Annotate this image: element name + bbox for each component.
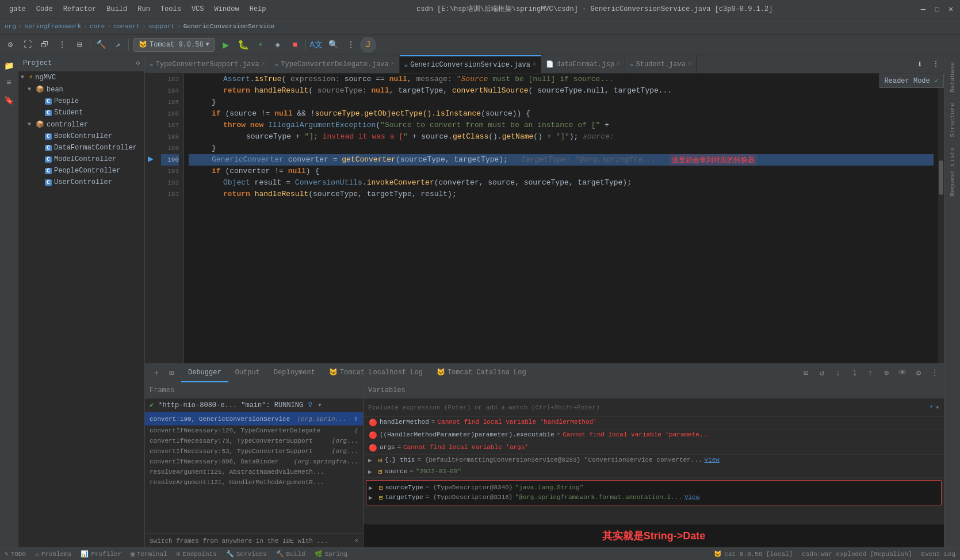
var-expand-icon[interactable]: ▶ bbox=[369, 484, 377, 492]
menu-window[interactable]: Window bbox=[209, 3, 243, 16]
stop-button[interactable]: ■ bbox=[287, 37, 303, 53]
tab-student[interactable]: ☕ Student.java × bbox=[625, 55, 697, 74]
var-item-executable[interactable]: 🔴 ((HandlerMethodParameter)parameter).ex… bbox=[364, 429, 944, 442]
breadcrumb-item-org[interactable]: org bbox=[5, 23, 16, 30]
debug-tab-debugger[interactable]: Debugger bbox=[181, 364, 228, 382]
menu-refactor[interactable]: Refactor bbox=[59, 3, 101, 16]
right-tab-structure[interactable]: Structure bbox=[948, 98, 957, 141]
translate-button[interactable]: A文 bbox=[308, 37, 324, 53]
bookmark-icon-button[interactable]: 🔖 bbox=[1, 92, 17, 108]
var-view-link[interactable]: View bbox=[705, 457, 720, 463]
menu-bar[interactable]: gate Code Refactor Build Run Tools VCS W… bbox=[5, 3, 271, 16]
frame-item-1[interactable]: convertIfNecessary:129, TypeConverterDel… bbox=[145, 425, 363, 436]
sidebar-item-bean[interactable]: ▼ 📦 bean bbox=[18, 83, 144, 95]
var-expand-icon[interactable]: ▶ bbox=[369, 494, 377, 501]
toolbar-settings-button[interactable]: ⚙ bbox=[2, 37, 18, 53]
tab-genericconversionservice[interactable]: ☕ GenericConversionService.java × bbox=[400, 55, 541, 74]
right-tab-requests[interactable]: Request Lists bbox=[948, 143, 957, 201]
debug-step-down2-button[interactable]: ⤵ bbox=[847, 366, 861, 380]
sidebar-toggle-button[interactable]: 📁 bbox=[1, 57, 17, 74]
var-view-link[interactable]: View bbox=[684, 494, 699, 501]
tab-typeconverterdelegate[interactable]: ☕ TypeConverterDelegate.java × bbox=[270, 55, 400, 74]
frame-item-2[interactable]: convertIfNecessary:73, TypeConverterSupp… bbox=[145, 436, 363, 446]
menu-code[interactable]: Code bbox=[32, 3, 58, 16]
tab-close-icon[interactable]: × bbox=[391, 61, 395, 67]
menu-help[interactable]: Help bbox=[245, 3, 271, 16]
debug-overflow-button[interactable]: ⋮ bbox=[928, 366, 942, 380]
debug-step-down-button[interactable]: ↓ bbox=[831, 366, 845, 380]
run-button[interactable]: ▶ bbox=[218, 37, 234, 53]
reader-mode-popup[interactable]: Reader Mode ✓ bbox=[879, 74, 944, 88]
toolbar-expand-button[interactable]: ⛶ bbox=[20, 37, 36, 53]
breadcrumb-item-support[interactable]: support bbox=[148, 23, 175, 30]
menu-run[interactable]: Run bbox=[133, 3, 155, 16]
menu-tools[interactable]: Tools bbox=[156, 3, 186, 16]
sidebar-item-springmvc[interactable]: ▼ ⚡ ngMVC bbox=[18, 71, 144, 83]
minimize-button[interactable]: — bbox=[919, 5, 928, 14]
var-item-args[interactable]: 🔴 args = Cannot find local variable 'arg… bbox=[364, 442, 944, 455]
status-terminal[interactable]: ▣ Terminal bbox=[131, 550, 167, 558]
tomcat-run-config-selector[interactable]: 🐱 Tomcat 9.0.58 ▼ bbox=[133, 38, 215, 52]
status-services[interactable]: 🔧 Services bbox=[226, 550, 267, 558]
toolbar-menu-button[interactable]: ⋮ bbox=[54, 37, 70, 53]
debug-tab-deployment[interactable]: Deployment bbox=[267, 364, 322, 382]
var-item-targettype[interactable]: ▶ ⊟ targetType = {TypeDescriptor@8316} "… bbox=[369, 493, 939, 503]
menu-gate[interactable]: gate bbox=[5, 3, 30, 16]
toolbar-hammer-button[interactable]: 🔨 bbox=[93, 37, 109, 53]
reader-mode-check-icon[interactable]: ✓ bbox=[935, 76, 939, 85]
eval-watch-button[interactable]: + bbox=[930, 404, 934, 411]
frame-item-4[interactable]: convertIfNecessary:696, DataBinder (org.… bbox=[145, 457, 363, 467]
menu-vcs[interactable]: VCS bbox=[187, 3, 209, 16]
toolbar-collapse-button[interactable]: 🗗 bbox=[37, 37, 53, 53]
toolbar-arrow-button[interactable]: ↗ bbox=[110, 37, 126, 53]
breadcrumb-item-convert[interactable]: convert bbox=[113, 23, 140, 30]
switch-frames-close-icon[interactable]: × bbox=[354, 538, 358, 544]
frame-item-3[interactable]: convertIfNecessary:53, TypeConverterSupp… bbox=[145, 446, 363, 457]
sidebar-gear-icon[interactable]: ⚙ bbox=[136, 59, 140, 67]
toolbar-minimize-button[interactable]: ⊟ bbox=[71, 37, 87, 53]
status-profiler[interactable]: 📊 Profiler bbox=[81, 550, 121, 558]
var-item-sourcetype[interactable]: ▶ ⊟ sourceType = {TypeDescriptor@8340} "… bbox=[369, 483, 939, 493]
status-endpoints[interactable]: ⊕ Endpoints bbox=[177, 550, 217, 558]
tab-close-icon[interactable]: × bbox=[688, 61, 691, 67]
status-spring[interactable]: 🌿 Spring bbox=[315, 550, 348, 558]
sidebar-item-bookcontroller[interactable]: ▷ C BookController bbox=[18, 131, 144, 142]
menu-build[interactable]: Build bbox=[102, 3, 132, 16]
code-lines[interactable]: Assert.isTrue( expression: source == nul… bbox=[184, 74, 938, 363]
close-button[interactable]: ✕ bbox=[946, 5, 955, 14]
frame-item-5[interactable]: resolveArgument:125, AbstractNamedValueM… bbox=[145, 467, 363, 477]
frame-item-6[interactable]: resolveArgument:121, HandlerMethodArgume… bbox=[145, 477, 363, 488]
debug-step-over-icon[interactable]: ↺ bbox=[815, 366, 829, 380]
war-status[interactable]: csdn:war exploded [Republish] bbox=[802, 550, 912, 558]
var-item-handlermethod[interactable]: 🔴 handlerMethod = Cannot find local vari… bbox=[364, 417, 944, 429]
debug-step-up-button[interactable]: ↑ bbox=[863, 366, 877, 380]
debug-button[interactable]: 🐛 bbox=[235, 37, 251, 53]
sidebar-item-usercontroller[interactable]: ▷ C UserController bbox=[18, 177, 144, 188]
eval-expand-button[interactable]: ▾ bbox=[935, 404, 939, 411]
sidebar-item-controller[interactable]: ▼ 📦 controller bbox=[18, 118, 144, 131]
debug-watch-button[interactable]: 👁 bbox=[896, 366, 909, 380]
debug-settings-button[interactable]: ⚙ bbox=[912, 366, 925, 380]
profile-button[interactable]: ◈ bbox=[270, 37, 286, 53]
toolbar-avatar-button[interactable]: J bbox=[360, 37, 376, 53]
debug-evaluate-button[interactable]: ⊕ bbox=[879, 366, 893, 380]
frame-item-0[interactable]: convert:190, GenericConversionService (o… bbox=[145, 412, 363, 425]
status-problems[interactable]: ⚠ Problems bbox=[35, 550, 71, 558]
right-tab-database[interactable]: Database bbox=[948, 57, 957, 97]
code-editor[interactable]: Reader Mode ✓ ⯈ bbox=[145, 74, 944, 363]
status-build[interactable]: 🔨 Build bbox=[276, 550, 305, 558]
search-button[interactable]: 🔍 bbox=[326, 37, 342, 53]
tab-close-icon[interactable]: × bbox=[617, 61, 620, 67]
var-expand-icon[interactable]: ▶ bbox=[368, 457, 376, 464]
toolbar-overflow-button[interactable]: ⋮ bbox=[343, 37, 359, 53]
var-item-source[interactable]: ▶ ⊟ source = "2022-03-09" bbox=[364, 466, 944, 478]
thread-expand-icon[interactable]: ▾ bbox=[318, 401, 322, 409]
debug-add-button[interactable]: + bbox=[150, 366, 163, 380]
thread-filter-icon[interactable]: ⊽ bbox=[308, 401, 313, 409]
coverage-button[interactable]: ⚡ bbox=[253, 37, 269, 53]
tab-close-icon[interactable]: × bbox=[533, 62, 536, 68]
tab-scroll-down-button[interactable]: ⬇ bbox=[912, 56, 928, 72]
scrollbar-thumb[interactable] bbox=[939, 160, 943, 195]
tab-more-button[interactable]: ⋮ bbox=[928, 56, 944, 72]
frame-nav-up-icon[interactable]: ⬆ bbox=[354, 414, 358, 424]
